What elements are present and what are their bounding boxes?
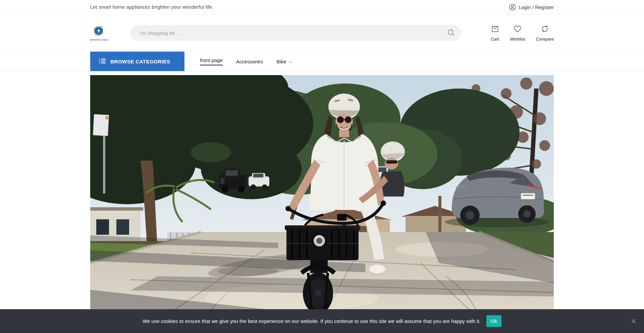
nav-item-label: front page — [200, 57, 223, 65]
search-input[interactable] — [130, 25, 461, 41]
nav-item-label: Bike — [276, 59, 286, 64]
chevron-down-icon — [289, 59, 292, 64]
hero-image — [90, 75, 554, 310]
nav-item-label: Accessories — [236, 59, 263, 64]
topbar: Let smart home appliances brighten your … — [0, 0, 644, 14]
topbar-tagline: Let smart home appliances brighten your … — [90, 4, 213, 10]
close-icon — [631, 320, 637, 325]
brand-logo-text: METROPOLITANELV — [90, 39, 109, 41]
search-button[interactable] — [447, 29, 455, 37]
cookie-close-button[interactable] — [631, 318, 637, 324]
search-bar — [130, 25, 461, 41]
browse-categories-label: BROWSE CATEGORIES — [110, 59, 170, 64]
cart-button[interactable]: Cart — [491, 24, 499, 42]
nav-item-bike[interactable]: Bike — [276, 59, 292, 64]
wishlist-label: Wishlist — [510, 37, 525, 42]
cookie-ok-button[interactable]: Ok — [486, 315, 501, 327]
compare-label: Compare — [536, 37, 554, 42]
brand-logo-icon — [90, 25, 107, 39]
compare-icon — [540, 24, 549, 35]
user-icon — [509, 4, 516, 11]
header-actions: Cart Wishlist — [491, 24, 554, 42]
cart-label: Cart — [491, 37, 499, 42]
nav-menu: front page Accessories Bike — [200, 52, 292, 71]
site-logo[interactable]: METROPOLITANELV — [90, 25, 130, 41]
nav-item-front-page[interactable]: front page — [200, 57, 223, 65]
cookie-consent-bar: We use cookies to ensure that we give yo… — [0, 309, 644, 333]
cookie-message: We use cookies to ensure that we give yo… — [143, 318, 481, 324]
login-register-label: Login / Register — [519, 4, 554, 10]
login-register-link[interactable]: Login / Register — [509, 4, 554, 11]
main-nav: BROWSE CATEGORIES front page Accessories… — [0, 51, 644, 71]
list-icon — [99, 58, 106, 65]
wishlist-button[interactable]: Wishlist — [510, 24, 525, 42]
cart-icon — [491, 24, 499, 35]
search-icon — [447, 33, 455, 38]
browse-categories-button[interactable]: BROWSE CATEGORIES — [90, 52, 184, 71]
nav-item-accessories[interactable]: Accessories — [236, 59, 263, 64]
header: METROPOLITANELV — [0, 14, 644, 51]
compare-button[interactable]: Compare — [536, 24, 554, 42]
heart-icon — [513, 24, 522, 35]
hero-banner — [90, 75, 554, 310]
